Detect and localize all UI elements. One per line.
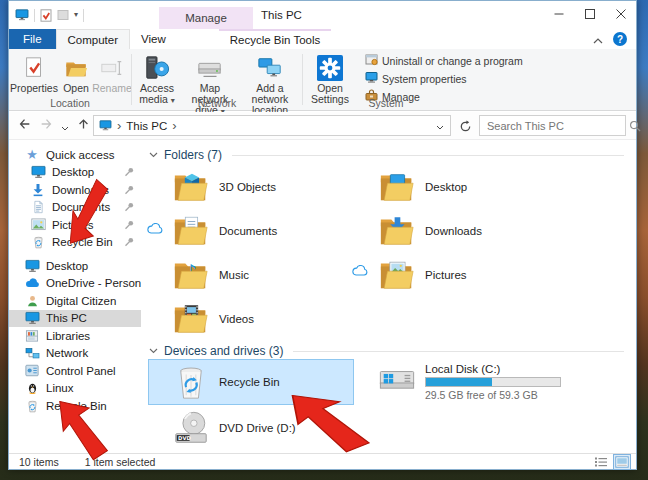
disk-usage-bar bbox=[425, 377, 561, 387]
sidebar-item-label: This PC bbox=[46, 312, 87, 324]
documents-icon bbox=[30, 199, 46, 215]
collapse-group-icon[interactable] bbox=[149, 152, 158, 158]
tile-label: 3D Objects bbox=[219, 181, 276, 193]
breadcrumb-this-pc[interactable]: This PC bbox=[126, 120, 167, 132]
network-location-icon bbox=[257, 54, 283, 81]
address-bar[interactable]: › This PC › bbox=[93, 115, 451, 136]
toolbar-separator bbox=[34, 9, 35, 22]
fdocs-icon bbox=[171, 212, 211, 250]
folder-tile-downloads[interactable]: Downloads bbox=[354, 209, 624, 253]
breadcrumb-chevron[interactable]: › bbox=[172, 119, 176, 132]
desktop-background: ▾ Manage This PC File Computer View Recy… bbox=[0, 0, 648, 480]
ribbon-group-system: Open Settings Uninstall or change a prog… bbox=[303, 49, 529, 110]
folders-group-header[interactable]: Folders (7) bbox=[149, 147, 624, 163]
sidebar-item-desktop[interactable]: Desktop bbox=[9, 257, 141, 275]
properties-shortcut-icon[interactable] bbox=[40, 9, 52, 22]
this-pc-icon bbox=[15, 9, 29, 21]
pin-icon bbox=[124, 202, 134, 212]
sidebar-item-linux[interactable]: Linux bbox=[9, 380, 141, 398]
libraries-icon bbox=[24, 328, 40, 344]
properties-icon bbox=[22, 54, 46, 81]
sidebar-item-this-pc[interactable]: This PC bbox=[9, 310, 141, 328]
properties-button[interactable]: Properties bbox=[9, 52, 59, 94]
search-input[interactable] bbox=[480, 120, 629, 132]
sidebar-item-onedrive-personal[interactable]: OneDrive - Personal bbox=[9, 275, 141, 293]
search-box[interactable] bbox=[479, 115, 626, 136]
dvd40-icon: DVD bbox=[171, 409, 211, 447]
device-tile-local-disk-c-[interactable]: Local Disk (C:)29.5 GB free of 59.3 GB bbox=[354, 359, 624, 405]
onedrive-icon bbox=[24, 275, 40, 291]
recent-locations-dropdown-icon[interactable] bbox=[61, 117, 69, 135]
pin-icon bbox=[124, 237, 134, 247]
collapse-group-icon[interactable] bbox=[149, 348, 158, 354]
pin-icon bbox=[124, 167, 134, 177]
desktop-icon bbox=[30, 164, 46, 180]
folder-tile-videos[interactable]: Videos bbox=[148, 297, 354, 341]
tab-computer[interactable]: Computer bbox=[56, 29, 131, 49]
uninstall-program-button[interactable]: Uninstall or change a program bbox=[365, 53, 523, 68]
maximize-button[interactable] bbox=[574, 1, 605, 27]
thumbnail-view-button[interactable] bbox=[613, 454, 631, 470]
folder-tile-music[interactable]: ♪Music bbox=[148, 253, 354, 297]
forward-button[interactable] bbox=[39, 117, 54, 135]
pictures-icon bbox=[30, 217, 46, 233]
recyclebin-icon bbox=[24, 398, 40, 414]
media-server-icon bbox=[144, 54, 170, 81]
minimize-button[interactable] bbox=[543, 1, 574, 27]
sidebar-item-label: Control Panel bbox=[46, 365, 116, 377]
folder-tile-3d-objects[interactable]: 3D Objects bbox=[148, 165, 354, 209]
up-button[interactable] bbox=[76, 117, 91, 135]
pin-icon bbox=[124, 185, 134, 195]
sidebar-item-libraries[interactable]: Libraries bbox=[9, 327, 141, 345]
group-label-location: Location bbox=[9, 97, 131, 109]
customize-toolbar-dropdown-icon[interactable]: ▾ bbox=[74, 11, 78, 19]
folder-tile-documents[interactable]: Documents bbox=[148, 209, 354, 253]
annotation-arrow-quick-access-recycle-bin bbox=[68, 178, 112, 246]
disk-capacity-text: 29.5 GB free of 59.3 GB bbox=[425, 389, 561, 401]
folders-grid: 3D ObjectsDesktopDocumentsDownloads♪Musi… bbox=[148, 165, 624, 341]
sidebar-item-label: Digital Citizen bbox=[46, 295, 116, 307]
window-controls bbox=[543, 1, 636, 27]
sidebar-item-control-panel[interactable]: Control Panel bbox=[9, 362, 141, 380]
sidebar-item-label: Quick access bbox=[46, 149, 114, 161]
fdesktop-icon bbox=[377, 168, 417, 206]
details-view-button[interactable] bbox=[592, 454, 610, 470]
fmusic-icon: ♪ bbox=[171, 256, 211, 294]
breadcrumb-chevron[interactable]: › bbox=[117, 119, 121, 132]
devices-group-header[interactable]: Devices and drives (3) bbox=[149, 343, 624, 359]
tab-recycle-bin-tools[interactable]: Recycle Bin Tools bbox=[219, 29, 332, 49]
f3d-icon bbox=[171, 168, 211, 206]
onedrive-sync-cloud-icon bbox=[352, 262, 368, 273]
folder-tile-desktop[interactable]: Desktop bbox=[354, 165, 624, 209]
sidebar-item-label: Desktop bbox=[46, 260, 88, 272]
folder-tile-pictures[interactable]: Pictures bbox=[354, 253, 624, 297]
contextual-tab-group-label: Manage bbox=[159, 7, 253, 29]
tab-file[interactable]: File bbox=[9, 29, 56, 49]
rename-button: Rename bbox=[93, 52, 131, 94]
fpics-icon bbox=[377, 256, 417, 294]
close-button[interactable] bbox=[605, 1, 636, 27]
open-button[interactable]: Open bbox=[59, 52, 93, 94]
refresh-icon[interactable] bbox=[459, 119, 472, 137]
address-dropdown-icon[interactable] bbox=[436, 120, 444, 132]
back-button[interactable] bbox=[17, 117, 32, 135]
window-title: This PC bbox=[261, 1, 302, 29]
thispc-icon bbox=[24, 310, 40, 326]
settings-gear-icon bbox=[317, 54, 343, 81]
controlpanel-icon bbox=[24, 363, 40, 379]
tile-label: Music bbox=[219, 269, 249, 281]
system-properties-button[interactable]: System properties bbox=[365, 71, 523, 86]
sidebar-item-quick-access[interactable]: ★Quick access bbox=[9, 146, 141, 164]
help-icon[interactable]: ? bbox=[613, 32, 627, 46]
tile-label: Videos bbox=[219, 313, 254, 325]
network-drive-icon bbox=[197, 54, 223, 81]
tile-label: Recycle Bin bbox=[219, 376, 280, 388]
sidebar-item-label: Desktop bbox=[52, 166, 94, 178]
sidebar-item-network[interactable]: Network bbox=[9, 345, 141, 363]
address-bar-row: › This PC › bbox=[9, 112, 636, 140]
sidebar-item-digital-citizen[interactable]: Digital Citizen bbox=[9, 292, 141, 310]
tab-view[interactable]: View bbox=[130, 29, 177, 49]
fdl-icon bbox=[377, 212, 417, 250]
tile-label: DVD Drive (D:) bbox=[219, 422, 296, 434]
collapse-ribbon-icon[interactable] bbox=[593, 30, 603, 48]
